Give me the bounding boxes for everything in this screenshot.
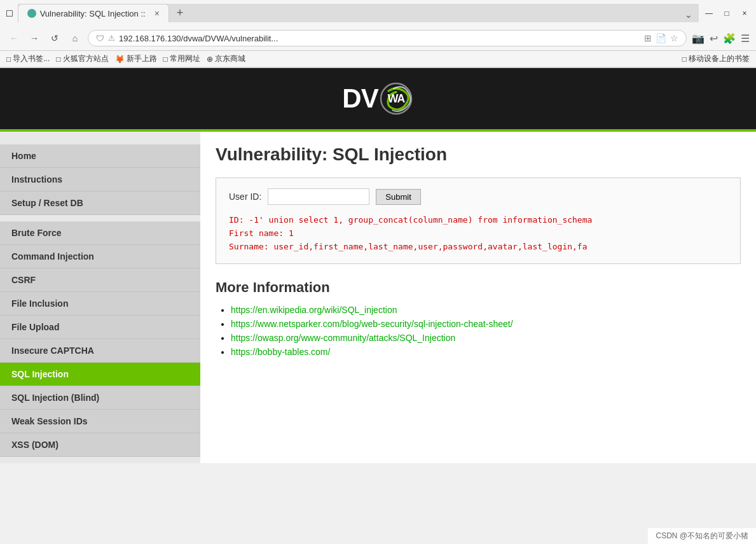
back-button[interactable]: ← xyxy=(6,31,22,46)
svg-text:WA: WA xyxy=(387,92,405,105)
bookmark-import-label: 导入书签... xyxy=(13,53,50,64)
sidebar-separator-1 xyxy=(0,215,200,221)
result-line1: ID: -1' union select 1, group_concat(col… xyxy=(229,214,727,227)
address-text[interactable]: 192.168.176.130/dvwa/DVWA/vulnerabilit..… xyxy=(119,34,640,43)
address-icon2: ⚠ xyxy=(108,34,115,43)
submit-button[interactable]: Submit xyxy=(376,189,420,205)
bookmark-star-icon[interactable]: ☆ xyxy=(670,33,678,43)
sidebar-item-home[interactable]: Home xyxy=(0,144,200,168)
bookmark-common[interactable]: □ 常用网址 xyxy=(163,53,200,64)
dvwa-logo-text: DV xyxy=(342,83,378,114)
maximize-button[interactable]: □ xyxy=(722,8,732,18)
address-bar: ← → ↺ ⌂ 🛡 ⚠ 192.168.176.130/dvwa/DVWA/vu… xyxy=(0,26,756,51)
back2-icon[interactable]: ↩ xyxy=(710,32,718,45)
sidebar-item-file-inclusion[interactable]: File Inclusion xyxy=(0,292,200,316)
bookmark-jd-label: 京东商城 xyxy=(215,53,245,64)
bookmark-mobile-label: 移动设备上的书签 xyxy=(689,53,750,64)
minimize-button[interactable]: — xyxy=(704,8,714,18)
bookmark-jd[interactable]: ⊕ 京东商城 xyxy=(207,53,245,64)
bookmark-mobile[interactable]: □ 移动设备上的书签 xyxy=(682,53,750,64)
browser-chrome: □ Vulnerability: SQL Injection :: × + ⌄ … xyxy=(0,0,756,68)
close-button[interactable]: × xyxy=(739,8,750,18)
main-layout: Home Instructions Setup / Reset DB Brute… xyxy=(0,132,756,463)
list-item: https://www.netsparker.com/blog/web-secu… xyxy=(231,319,741,329)
bookmark-firefox-label: 火狐官方站点 xyxy=(63,53,109,64)
tab-favicon xyxy=(27,9,36,18)
forward-button[interactable]: → xyxy=(27,31,42,46)
dropdown-arrow[interactable]: ⌄ xyxy=(685,10,692,20)
bookmarks-bar: □ 导入书签... □ 火狐官方站点 🦊 新手上路 □ 常用网址 ⊕ 京东商城 … xyxy=(0,51,756,67)
dvwa-logo-swirl: WA xyxy=(378,81,414,116)
sidebar-item-setup[interactable]: Setup / Reset DB xyxy=(0,192,200,215)
more-info-title: More Information xyxy=(216,279,741,296)
extension-icon[interactable]: 🧩 xyxy=(723,32,736,45)
content-area: Vulnerability: SQL Injection User ID: Su… xyxy=(200,132,756,463)
dvwa-logo: DV WA xyxy=(342,81,413,116)
dvwa-header: DV WA xyxy=(0,68,756,132)
sidebar-item-weak-session[interactable]: Weak Session IDs xyxy=(0,410,200,433)
link-wikipedia[interactable]: https://en.wikipedia.org/wiki/SQL_inject… xyxy=(231,305,397,315)
home-button[interactable]: ⌂ xyxy=(67,31,83,46)
refresh-button[interactable]: ↺ xyxy=(47,31,62,46)
security-icon: 🛡 xyxy=(96,34,104,43)
sidebar-item-instructions[interactable]: Instructions xyxy=(0,168,200,192)
tab-close-button[interactable]: × xyxy=(155,8,160,18)
tab-title: Vulnerability: SQL Injection :: xyxy=(40,9,146,18)
address-input-wrap[interactable]: 🛡 ⚠ 192.168.176.130/dvwa/DVWA/vulnerabil… xyxy=(88,30,687,46)
sidebar-item-command-injection[interactable]: Command Injection xyxy=(0,245,200,269)
bookmark-import-icon: □ xyxy=(6,55,11,64)
bookmark-firefox[interactable]: □ 火狐官方站点 xyxy=(56,53,108,64)
menu-icon[interactable]: ☰ xyxy=(741,32,750,45)
page-title: Vulnerability: SQL Injection xyxy=(216,144,741,165)
active-tab[interactable]: Vulnerability: SQL Injection :: × xyxy=(18,4,169,22)
sidebar-separator-top xyxy=(0,138,200,144)
list-item: https://en.wikipedia.org/wiki/SQL_inject… xyxy=(231,305,741,315)
list-item: https://bobby-tables.com/ xyxy=(231,347,741,357)
titlebar-left: □ xyxy=(6,8,13,19)
sidebar-item-brute-force[interactable]: Brute Force xyxy=(0,221,200,245)
bookmark-common-label: 常用网址 xyxy=(170,53,200,64)
link-netsparker[interactable]: https://www.netsparker.com/blog/web-secu… xyxy=(231,319,513,329)
sidebar-item-file-upload[interactable]: File Upload xyxy=(0,316,200,339)
sidebar-item-sql-injection[interactable]: SQL Injection xyxy=(0,363,200,386)
sidebar-item-sql-injection-blind[interactable]: SQL Injection (Blind) xyxy=(0,386,200,410)
bookmark-newbie-label: 新手上路 xyxy=(127,53,157,64)
window-controls: — □ × xyxy=(704,8,750,18)
sidebar: Home Instructions Setup / Reset DB Brute… xyxy=(0,132,200,463)
tab-bar: Vulnerability: SQL Injection :: × + ⌄ xyxy=(18,4,699,22)
sidebar-item-xss-dom[interactable]: XSS (DOM) xyxy=(0,433,200,457)
link-bobby-tables[interactable]: https://bobby-tables.com/ xyxy=(231,347,330,357)
bookmark-mobile-icon: □ xyxy=(682,55,687,64)
result-line2: First name: 1 xyxy=(229,227,727,241)
bookmark-newbie-icon: 🦊 xyxy=(115,55,125,64)
form-row: User ID: Submit xyxy=(229,188,727,205)
browser-icon: □ xyxy=(6,8,13,19)
userid-input[interactable] xyxy=(268,188,369,205)
form-box: User ID: Submit ID: -1' union select 1, … xyxy=(216,178,741,264)
bookmark-newbie[interactable]: 🦊 新手上路 xyxy=(115,53,157,64)
bookmark-firefox-icon: □ xyxy=(56,55,60,64)
browser-titlebar: □ Vulnerability: SQL Injection :: × + ⌄ … xyxy=(0,0,756,26)
result-text: ID: -1' union select 1, group_concat(col… xyxy=(229,214,727,253)
result-line3: Surname: user_id,first_name,last_name,us… xyxy=(229,241,727,254)
sidebar-item-insecure-captcha[interactable]: Insecure CAPTCHA xyxy=(0,339,200,363)
more-info-links: https://en.wikipedia.org/wiki/SQL_inject… xyxy=(216,305,741,357)
bookmark-common-icon: □ xyxy=(163,55,168,64)
bookmark-import[interactable]: □ 导入书签... xyxy=(6,53,50,64)
list-item: https://owasp.org/www-community/attacks/… xyxy=(231,333,741,343)
userid-label: User ID: xyxy=(229,192,261,202)
page-content: DV WA Home Instructions Setup / Reset DB xyxy=(0,68,756,463)
link-owasp[interactable]: https://owasp.org/www-community/attacks/… xyxy=(231,333,455,343)
new-tab-button[interactable]: + xyxy=(170,4,190,22)
sidebar-item-csrf[interactable]: CSRF xyxy=(0,269,200,292)
reader-icon: 📄 xyxy=(656,33,666,43)
qr-icon: ⊞ xyxy=(644,33,652,43)
bookmark-jd-icon: ⊕ xyxy=(207,55,213,64)
screenshot-icon[interactable]: 📷 xyxy=(692,32,704,45)
